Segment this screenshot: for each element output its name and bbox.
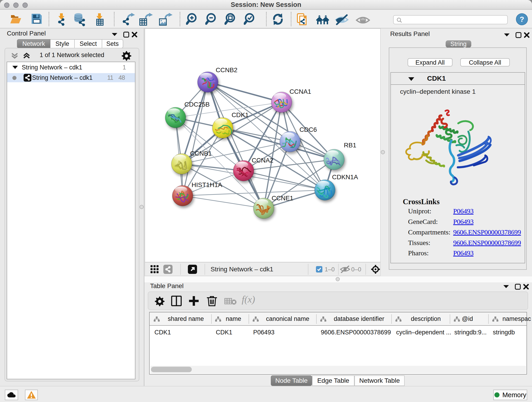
svg-text:CCNB1: CCNB1 bbox=[190, 150, 212, 157]
svg-text:?: ? bbox=[520, 15, 524, 23]
svg-text:CCNA1: CCNA1 bbox=[290, 88, 311, 95]
svg-text:CDK1: CDK1 bbox=[232, 111, 249, 119]
svg-text:CDC6: CDC6 bbox=[299, 126, 317, 133]
svg-text:RB1: RB1 bbox=[344, 142, 356, 149]
svg-text:HIST1H1A: HIST1H1A bbox=[191, 181, 222, 188]
svg-text:CCNA2: CCNA2 bbox=[252, 157, 273, 164]
svg-text:CCNE1: CCNE1 bbox=[272, 195, 293, 202]
svg-text:CDC25B: CDC25B bbox=[184, 101, 210, 108]
svg-text:CDKN1A: CDKN1A bbox=[332, 173, 358, 181]
svg-text:CCNB2: CCNB2 bbox=[216, 66, 238, 74]
